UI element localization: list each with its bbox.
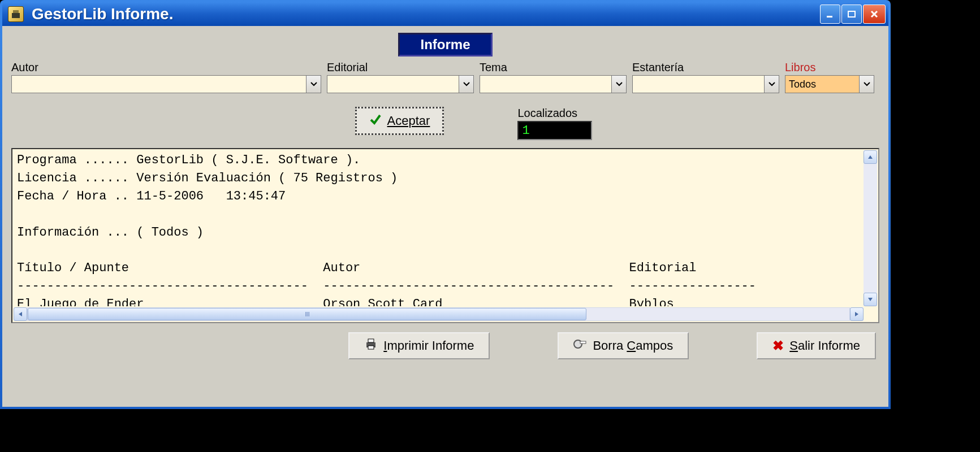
scroll-left-icon[interactable] (14, 307, 27, 321)
clear-icon (573, 338, 587, 354)
exit-button[interactable]: ✖ Salir Informe (757, 332, 876, 359)
scroll-down-icon[interactable] (864, 293, 877, 306)
scroll-track-h[interactable] (27, 307, 850, 321)
window-controls (820, 5, 886, 24)
svg-rect-6 (368, 346, 374, 349)
filter-label-editorial: Editorial (327, 61, 474, 74)
svg-rect-0 (12, 13, 20, 18)
check-icon (369, 113, 382, 129)
clear-label: Borra Campos (593, 338, 673, 353)
report-area: Programa ...... GestorLib ( S.J.E. Softw… (11, 148, 879, 323)
accept-button[interactable]: Aceptar (355, 107, 444, 135)
localizados-value: 1 (517, 121, 592, 140)
localizados-label: Localizados (517, 107, 592, 120)
footer-buttons: Imprimir Informe Borra Campos ✖ Salir In… (11, 332, 879, 359)
filter-row: Autor Editorial Tema (11, 61, 879, 93)
titlebar[interactable]: GestorLib Informe. (2, 2, 888, 26)
svg-rect-2 (827, 16, 832, 18)
chevron-down-icon[interactable] (764, 76, 779, 93)
filter-autor: Autor (11, 61, 321, 93)
x-icon: ✖ (772, 338, 784, 354)
combo-editorial[interactable] (327, 75, 474, 93)
clear-fields-button[interactable]: Borra Campos (558, 332, 689, 359)
chevron-down-icon[interactable] (611, 76, 626, 93)
combo-tema[interactable] (480, 75, 627, 93)
report-text[interactable]: Programa ...... GestorLib ( S.J.E. Softw… (12, 149, 862, 306)
print-label: Imprimir Informe (383, 338, 474, 353)
accept-label: Aceptar (387, 114, 430, 128)
app-icon (8, 6, 24, 22)
filter-label-autor: Autor (11, 61, 321, 74)
horizontal-scrollbar[interactable] (14, 307, 864, 321)
svg-rect-3 (848, 11, 855, 17)
libros-input[interactable] (785, 76, 859, 93)
combo-autor[interactable] (11, 75, 321, 93)
print-button[interactable]: Imprimir Informe (348, 332, 490, 359)
action-row: Aceptar Localizados 1 (11, 107, 879, 140)
chevron-down-icon[interactable] (306, 76, 321, 93)
localizados-group: Localizados 1 (517, 107, 592, 140)
maximize-button[interactable] (841, 5, 862, 24)
filter-editorial: Editorial (327, 61, 474, 93)
scroll-right-icon[interactable] (850, 307, 864, 321)
header-row: Informe (11, 33, 879, 60)
window-title: GestorLib Informe. (32, 5, 173, 23)
filter-estanteria: Estantería (632, 61, 779, 93)
combo-estanteria[interactable] (632, 75, 779, 93)
filter-label-tema: Tema (480, 61, 627, 74)
filter-label-estanteria: Estantería (632, 61, 779, 74)
svg-rect-8 (580, 341, 586, 344)
svg-rect-5 (368, 339, 374, 342)
chevron-down-icon[interactable] (459, 76, 473, 93)
scroll-track-v[interactable] (864, 164, 877, 293)
estanteria-input[interactable] (633, 76, 764, 93)
svg-rect-1 (13, 10, 19, 13)
filter-tema: Tema (480, 61, 627, 93)
scroll-thumb-h[interactable] (28, 308, 586, 320)
combo-libros[interactable] (785, 75, 874, 93)
window-frame: GestorLib Informe. Informe Autor (0, 0, 891, 409)
content-panel: Informe Autor Editorial Tema (2, 26, 888, 407)
grip-icon (305, 312, 309, 316)
close-button[interactable] (863, 5, 886, 24)
printer-icon (364, 338, 378, 354)
minimize-button[interactable] (820, 5, 840, 24)
editorial-input[interactable] (327, 76, 459, 93)
scroll-up-icon[interactable] (864, 150, 877, 164)
header-badge: Informe (398, 33, 492, 56)
titlebar-left: GestorLib Informe. (8, 5, 173, 23)
filter-libros: Libros (785, 61, 874, 93)
autor-input[interactable] (12, 76, 306, 93)
exit-label: Salir Informe (789, 338, 860, 353)
filter-label-libros: Libros (785, 61, 874, 74)
tema-input[interactable] (480, 76, 611, 93)
chevron-down-icon[interactable] (859, 76, 874, 93)
vertical-scrollbar[interactable] (864, 150, 877, 306)
